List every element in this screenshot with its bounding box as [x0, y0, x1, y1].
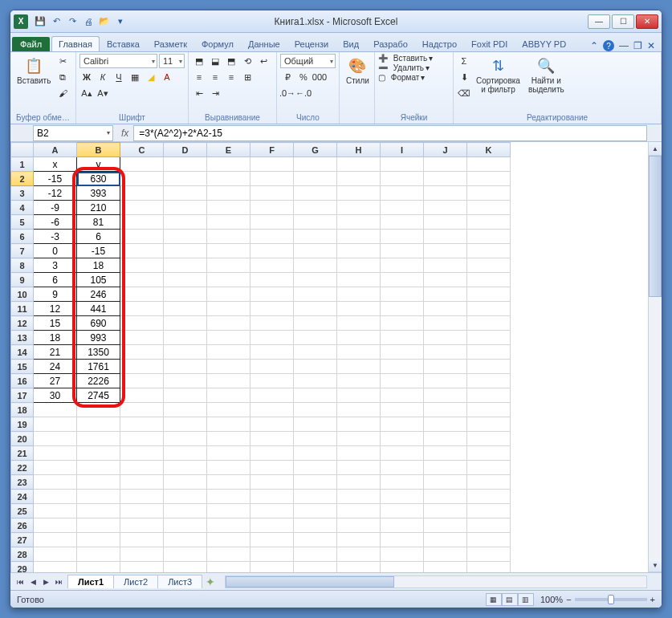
cell-I26[interactable]: [381, 518, 424, 533]
vscroll-thumb[interactable]: [649, 156, 662, 297]
cell-G13[interactable]: [294, 331, 337, 345]
col-header-D[interactable]: D: [164, 143, 207, 157]
cell-J17[interactable]: [424, 388, 467, 403]
row-header-17[interactable]: 17: [11, 388, 34, 403]
cell-B25[interactable]: [77, 504, 120, 518]
tab-formulas[interactable]: Формул: [194, 36, 241, 51]
cell-D16[interactable]: [164, 374, 207, 388]
cell-K28[interactable]: [467, 547, 511, 562]
cell-F20[interactable]: [250, 432, 294, 446]
row-header-14[interactable]: 14: [11, 345, 34, 360]
cell-B28[interactable]: [77, 547, 120, 562]
cell-H6[interactable]: [337, 230, 381, 244]
cell-G9[interactable]: [294, 273, 337, 287]
sheet-nav-last-icon[interactable]: ⏭: [52, 575, 65, 588]
cell-F13[interactable]: [250, 331, 294, 345]
cell-D26[interactable]: [164, 518, 207, 533]
zoom-thumb[interactable]: [608, 595, 614, 604]
copy-icon[interactable]: ⧉: [55, 70, 70, 84]
help-icon[interactable]: ?: [603, 40, 614, 51]
cell-I27[interactable]: [381, 533, 424, 547]
cell-E4[interactable]: [207, 201, 250, 215]
cell-D10[interactable]: [164, 287, 207, 302]
cell-F18[interactable]: [250, 403, 294, 417]
cell-I20[interactable]: [381, 432, 424, 446]
cell-F12[interactable]: [250, 316, 294, 331]
cell-J11[interactable]: [424, 302, 467, 316]
cell-A12[interactable]: 15: [34, 316, 77, 331]
cell-D1[interactable]: [164, 157, 207, 172]
row-header-18[interactable]: 18: [11, 403, 34, 417]
cell-B29[interactable]: [77, 562, 120, 573]
cell-H15[interactable]: [337, 360, 381, 374]
cell-H13[interactable]: [337, 331, 381, 345]
cell-G16[interactable]: [294, 374, 337, 388]
cell-H17[interactable]: [337, 388, 381, 403]
cell-F26[interactable]: [250, 518, 294, 533]
cell-C3[interactable]: [120, 186, 164, 201]
cell-A20[interactable]: [34, 432, 77, 446]
cell-G10[interactable]: [294, 287, 337, 302]
cell-F27[interactable]: [250, 533, 294, 547]
cell-E7[interactable]: [207, 244, 250, 258]
find-select-button[interactable]: 🔍 Найти и выделить: [525, 54, 568, 96]
cell-E13[interactable]: [207, 331, 250, 345]
col-header-B[interactable]: B: [77, 143, 120, 157]
cell-E17[interactable]: [207, 388, 250, 403]
cell-J14[interactable]: [424, 345, 467, 360]
decrease-decimal-icon[interactable]: ←.0: [296, 86, 311, 100]
cell-D27[interactable]: [164, 533, 207, 547]
clear-icon[interactable]: ⌫: [457, 86, 471, 100]
row-header-6[interactable]: 6: [11, 230, 34, 244]
cell-H14[interactable]: [337, 345, 381, 360]
cell-C19[interactable]: [120, 417, 164, 432]
cell-F29[interactable]: [250, 562, 294, 573]
tab-addins[interactable]: Надстро: [415, 36, 464, 51]
cell-E24[interactable]: [207, 490, 250, 504]
cell-A29[interactable]: [34, 562, 77, 573]
cell-E28[interactable]: [207, 547, 250, 562]
cell-B6[interactable]: 6: [77, 230, 120, 244]
sheet-nav-first-icon[interactable]: ⏮: [14, 575, 26, 588]
col-header-C[interactable]: C: [120, 143, 164, 157]
cell-A7[interactable]: 0: [34, 244, 77, 258]
cell-E18[interactable]: [207, 403, 250, 417]
cell-K15[interactable]: [467, 360, 511, 374]
cell-K3[interactable]: [467, 186, 511, 201]
col-header-F[interactable]: F: [250, 143, 294, 157]
cell-K18[interactable]: [467, 403, 511, 417]
cell-J19[interactable]: [424, 417, 467, 432]
cell-A16[interactable]: 27: [34, 374, 77, 388]
row-header-8[interactable]: 8: [11, 258, 34, 273]
cell-F22[interactable]: [250, 461, 294, 475]
cell-D29[interactable]: [164, 562, 207, 573]
cell-I18[interactable]: [381, 403, 424, 417]
sheet-nav-next-icon[interactable]: ▶: [39, 575, 52, 588]
page-break-view-icon[interactable]: ▥: [518, 593, 534, 606]
cell-C1[interactable]: [120, 157, 164, 172]
cell-I19[interactable]: [381, 417, 424, 432]
cell-K7[interactable]: [467, 244, 511, 258]
cell-K4[interactable]: [467, 201, 511, 215]
cell-B17[interactable]: 2745: [77, 388, 120, 403]
cell-I7[interactable]: [381, 244, 424, 258]
row-header-26[interactable]: 26: [11, 518, 34, 533]
wrap-text-icon[interactable]: ↩: [256, 54, 271, 68]
cell-C14[interactable]: [120, 345, 164, 360]
cell-B8[interactable]: 18: [77, 258, 120, 273]
cell-B9[interactable]: 105: [77, 273, 120, 287]
workbook-minimize-icon[interactable]: —: [619, 40, 629, 51]
format-painter-icon[interactable]: 🖌: [55, 86, 70, 100]
cell-A17[interactable]: 30: [34, 388, 77, 403]
italic-button[interactable]: К: [96, 70, 110, 84]
cell-B7[interactable]: -15: [77, 244, 120, 258]
tab-layout[interactable]: Разметк: [147, 36, 194, 51]
cell-J5[interactable]: [424, 215, 467, 230]
cell-C5[interactable]: [120, 215, 164, 230]
col-header-I[interactable]: I: [381, 143, 424, 157]
cell-E23[interactable]: [207, 475, 250, 490]
cell-I16[interactable]: [381, 374, 424, 388]
cell-K27[interactable]: [467, 533, 511, 547]
file-tab[interactable]: Файл: [12, 37, 50, 51]
insert-cells-button[interactable]: ➕ Вставить ▾: [378, 54, 433, 63]
